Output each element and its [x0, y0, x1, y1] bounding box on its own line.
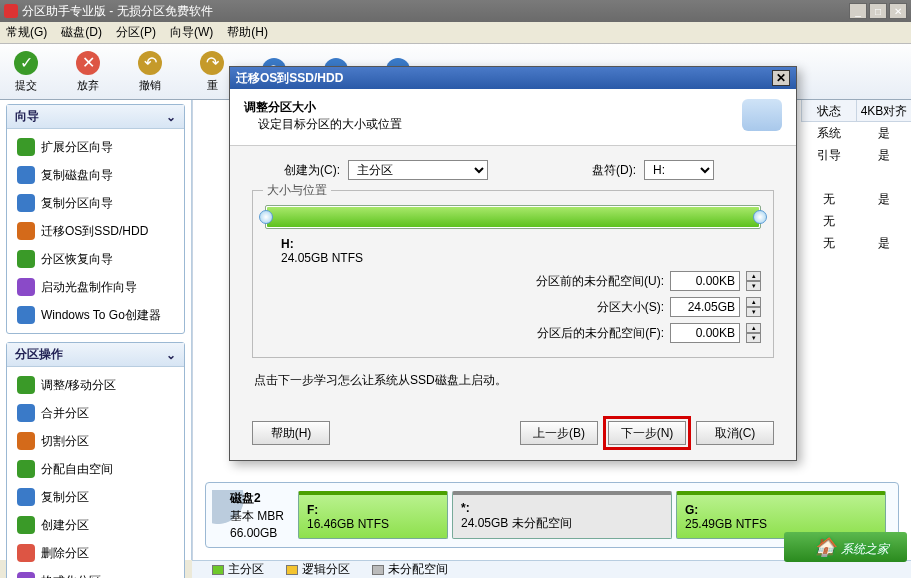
- collapse-icon: ⌄: [166, 348, 176, 362]
- list-row[interactable]: 无: [801, 210, 911, 232]
- sidebar-item-label: 启动光盘制作向导: [41, 279, 137, 296]
- space-before-input[interactable]: [670, 271, 740, 291]
- operations-panel-head[interactable]: 分区操作⌄: [7, 343, 184, 367]
- disk-partition[interactable]: *:24.05GB 未分配空间: [452, 491, 672, 539]
- drive-letter-label: 盘符(D):: [526, 162, 636, 179]
- partition-size-spinner[interactable]: ▴▾: [746, 297, 761, 317]
- sidebar-item-label: 格式化分区: [41, 573, 101, 579]
- sidebar-item[interactable]: 扩展分区向导: [7, 133, 184, 161]
- partition-size-label: 分区大小(S):: [504, 299, 664, 316]
- list-row[interactable]: 系统是: [801, 122, 911, 144]
- dialog-header: 调整分区大小 设定目标分区的大小或位置: [230, 89, 796, 146]
- sidebar-item[interactable]: 调整/移动分区: [7, 371, 184, 399]
- dialog-titlebar: 迁移OS到SSD/HDD ✕: [230, 67, 796, 89]
- sidebar-item[interactable]: 复制分区向导: [7, 189, 184, 217]
- minimize-button[interactable]: _: [849, 3, 867, 19]
- sidebar-item-label: 分配自由空间: [41, 461, 113, 478]
- size-position-fieldset: 大小与位置 H: 24.05GB NTFS 分区前的未分配空间(U): ▴▾ 分…: [252, 190, 774, 358]
- toolbar-btn-1[interactable]: ✕ 放弃: [68, 51, 108, 93]
- sidebar-item[interactable]: Windows To Go创建器: [7, 301, 184, 329]
- app-icon: [4, 4, 18, 18]
- column-headers: 状态 4KB对齐: [801, 100, 911, 122]
- close-button[interactable]: ✕: [889, 3, 907, 19]
- collapse-icon: ⌄: [166, 110, 176, 124]
- drive-letter-select[interactable]: H:: [644, 160, 714, 180]
- dialog-subheading: 设定目标分区的大小或位置: [244, 117, 402, 131]
- toolbar-btn-3[interactable]: ↷ 重: [192, 51, 232, 93]
- next-button[interactable]: 下一步(N): [608, 421, 686, 445]
- sidebar-item[interactable]: 分配自由空间: [7, 455, 184, 483]
- wizard-panel-head[interactable]: 向导⌄: [7, 105, 184, 129]
- partition-size-input[interactable]: [670, 297, 740, 317]
- legend-bar: 主分区 逻辑分区 未分配空间: [192, 560, 911, 578]
- list-row[interactable]: [801, 166, 911, 188]
- sidebar-item[interactable]: 格式化分区: [7, 567, 184, 578]
- sidebar-item[interactable]: 创建分区: [7, 511, 184, 539]
- sidebar-item[interactable]: 复制分区: [7, 483, 184, 511]
- sidebar-item-label: 扩展分区向导: [41, 139, 113, 156]
- menu-general[interactable]: 常规(G): [6, 24, 47, 41]
- toolbar-btn-2[interactable]: ↶ 撤销: [130, 51, 170, 93]
- window-titlebar: 分区助手专业版 - 无损分区免费软件 _ □ ✕: [0, 0, 911, 22]
- sidebar-item[interactable]: 复制磁盘向导: [7, 161, 184, 189]
- dialog-head-icon: [742, 99, 782, 131]
- disk-partition[interactable]: F:16.46GB NTFS: [298, 491, 448, 539]
- watermark: 🏠 系统之家: [784, 532, 907, 562]
- wizard-panel: 向导⌄ 扩展分区向导 复制磁盘向导 复制分区向导 迁移OS到SSD/HDD 分区…: [6, 104, 185, 334]
- slider-handle-left[interactable]: [259, 210, 273, 224]
- space-before-label: 分区前的未分配空间(U):: [504, 273, 664, 290]
- sidebar-item-label: 复制分区向导: [41, 195, 113, 212]
- space-after-input[interactable]: [670, 323, 740, 343]
- back-button[interactable]: 上一步(B): [520, 421, 598, 445]
- space-after-spinner[interactable]: ▴▾: [746, 323, 761, 343]
- menu-partition[interactable]: 分区(P): [116, 24, 156, 41]
- maximize-button[interactable]: □: [869, 3, 887, 19]
- window-title: 分区助手专业版 - 无损分区免费软件: [22, 3, 849, 20]
- sidebar-item-label: 删除分区: [41, 545, 89, 562]
- list-row[interactable]: 无是: [801, 188, 911, 210]
- list-row[interactable]: 无是: [801, 232, 911, 254]
- list-row[interactable]: 引导是: [801, 144, 911, 166]
- create-as-select[interactable]: 主分区: [348, 160, 488, 180]
- toolbar-btn-0[interactable]: ✓ 提交: [6, 51, 46, 93]
- menu-help[interactable]: 帮助(H): [227, 24, 268, 41]
- sidebar-item[interactable]: 启动光盘制作向导: [7, 273, 184, 301]
- partition-label: H: 24.05GB NTFS: [265, 235, 761, 265]
- sidebar-item-label: 切割分区: [41, 433, 89, 450]
- sidebar-item-label: Windows To Go创建器: [41, 307, 161, 324]
- sidebar-item[interactable]: 切割分区: [7, 427, 184, 455]
- sidebar: 向导⌄ 扩展分区向导 复制磁盘向导 复制分区向导 迁移OS到SSD/HDD 分区…: [0, 100, 192, 560]
- sidebar-item[interactable]: 删除分区: [7, 539, 184, 567]
- sidebar-item[interactable]: 分区恢复向导: [7, 245, 184, 273]
- sidebar-item-label: 复制分区: [41, 489, 89, 506]
- partition-slider[interactable]: [265, 205, 761, 229]
- sidebar-item-label: 创建分区: [41, 517, 89, 534]
- sidebar-item-label: 分区恢复向导: [41, 251, 113, 268]
- menu-wizard[interactable]: 向导(W): [170, 24, 213, 41]
- operations-panel: 分区操作⌄ 调整/移动分区 合并分区 切割分区 分配自由空间 复制分区 创建分区…: [6, 342, 185, 578]
- menu-disk[interactable]: 磁盘(D): [61, 24, 102, 41]
- help-button[interactable]: 帮助(H): [252, 421, 330, 445]
- cancel-button[interactable]: 取消(C): [696, 421, 774, 445]
- dialog-heading: 调整分区大小: [244, 100, 316, 114]
- col-4kb[interactable]: 4KB对齐: [856, 100, 911, 121]
- sidebar-item-label: 合并分区: [41, 405, 89, 422]
- sidebar-item[interactable]: 迁移OS到SSD/HDD: [7, 217, 184, 245]
- space-after-label: 分区后的未分配空间(F):: [504, 325, 664, 342]
- dialog-hint: 点击下一步学习怎么让系统从SSD磁盘上启动。: [254, 372, 774, 389]
- create-as-label: 创建为(C):: [252, 162, 340, 179]
- dialog-close-button[interactable]: ✕: [772, 70, 790, 86]
- space-before-spinner[interactable]: ▴▾: [746, 271, 761, 291]
- col-status[interactable]: 状态: [801, 100, 856, 121]
- menu-bar: 常规(G) 磁盘(D) 分区(P) 向导(W) 帮助(H): [0, 22, 911, 44]
- migrate-os-dialog: 迁移OS到SSD/HDD ✕ 调整分区大小 设定目标分区的大小或位置 创建为(C…: [229, 66, 797, 461]
- sidebar-item-label: 迁移OS到SSD/HDD: [41, 223, 148, 240]
- disk-info[interactable]: 磁盘2 基本 MBR 66.00GB: [212, 490, 292, 540]
- sidebar-item-label: 调整/移动分区: [41, 377, 116, 394]
- sidebar-item-label: 复制磁盘向导: [41, 167, 113, 184]
- slider-handle-right[interactable]: [753, 210, 767, 224]
- sidebar-item[interactable]: 合并分区: [7, 399, 184, 427]
